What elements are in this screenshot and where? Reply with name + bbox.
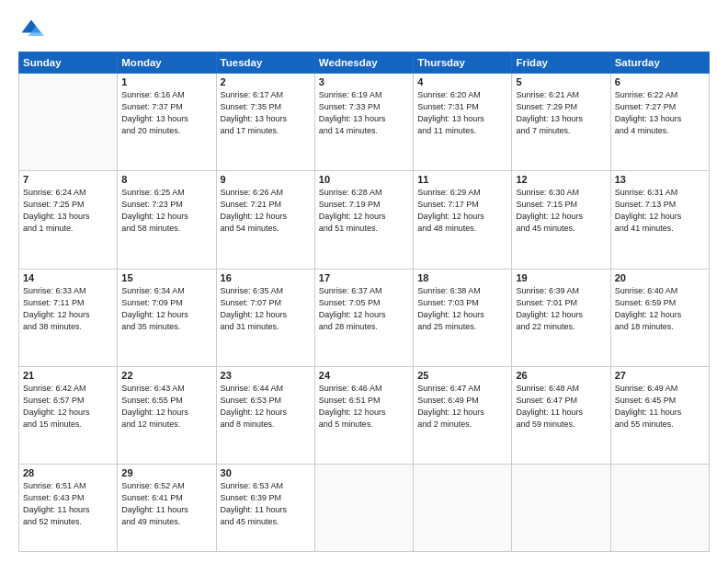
calendar-header-saturday: Saturday — [610, 52, 709, 74]
calendar-cell: 8Sunrise: 6:25 AM Sunset: 7:23 PM Daylig… — [118, 171, 216, 269]
day-number: 23 — [221, 370, 311, 381]
calendar-week-row-3: 14Sunrise: 6:33 AM Sunset: 7:11 PM Dayli… — [19, 269, 710, 366]
day-info: Sunrise: 6:48 AM Sunset: 6:47 PM Dayligh… — [516, 383, 606, 431]
calendar-cell: 26Sunrise: 6:48 AM Sunset: 6:47 PM Dayli… — [512, 366, 610, 464]
calendar-cell: 1Sunrise: 6:16 AM Sunset: 7:37 PM Daylig… — [118, 74, 216, 171]
calendar-cell: 27Sunrise: 6:49 AM Sunset: 6:45 PM Dayli… — [610, 366, 709, 464]
day-info: Sunrise: 6:43 AM Sunset: 6:55 PM Dayligh… — [121, 383, 211, 431]
logo — [18, 17, 48, 42]
calendar-week-row-4: 21Sunrise: 6:42 AM Sunset: 6:57 PM Dayli… — [19, 366, 710, 464]
day-info: Sunrise: 6:44 AM Sunset: 6:53 PM Dayligh… — [221, 383, 311, 431]
calendar-cell: 5Sunrise: 6:21 AM Sunset: 7:29 PM Daylig… — [512, 74, 610, 171]
day-number: 16 — [221, 272, 311, 283]
day-number: 27 — [615, 370, 705, 381]
calendar-header-friday: Friday — [512, 52, 610, 74]
day-number: 4 — [417, 76, 507, 87]
calendar-cell — [610, 465, 709, 552]
calendar-header-thursday: Thursday — [414, 52, 512, 74]
calendar-cell: 11Sunrise: 6:29 AM Sunset: 7:17 PM Dayli… — [414, 171, 512, 269]
day-info: Sunrise: 6:34 AM Sunset: 7:09 PM Dayligh… — [121, 285, 211, 333]
calendar-cell: 22Sunrise: 6:43 AM Sunset: 6:55 PM Dayli… — [118, 366, 216, 464]
calendar-cell: 6Sunrise: 6:22 AM Sunset: 7:27 PM Daylig… — [610, 74, 709, 171]
calendar-cell: 12Sunrise: 6:30 AM Sunset: 7:15 PM Dayli… — [512, 171, 610, 269]
day-info: Sunrise: 6:17 AM Sunset: 7:35 PM Dayligh… — [221, 89, 311, 137]
calendar-cell — [414, 465, 512, 552]
day-info: Sunrise: 6:28 AM Sunset: 7:19 PM Dayligh… — [319, 187, 409, 235]
calendar-header-wednesday: Wednesday — [314, 52, 413, 74]
day-number: 11 — [417, 174, 507, 185]
calendar-header-sunday: Sunday — [19, 52, 118, 74]
day-info: Sunrise: 6:46 AM Sunset: 6:51 PM Dayligh… — [319, 383, 409, 431]
day-number: 9 — [221, 174, 311, 185]
calendar-cell: 19Sunrise: 6:39 AM Sunset: 7:01 PM Dayli… — [512, 269, 610, 366]
day-info: Sunrise: 6:53 AM Sunset: 6:39 PM Dayligh… — [221, 480, 311, 528]
day-number: 24 — [319, 370, 409, 381]
calendar-cell: 21Sunrise: 6:42 AM Sunset: 6:57 PM Dayli… — [19, 366, 118, 464]
day-number: 1 — [121, 76, 211, 87]
day-info: Sunrise: 6:16 AM Sunset: 7:37 PM Dayligh… — [121, 89, 211, 137]
day-info: Sunrise: 6:39 AM Sunset: 7:01 PM Dayligh… — [516, 285, 606, 333]
calendar-cell: 4Sunrise: 6:20 AM Sunset: 7:31 PM Daylig… — [414, 74, 512, 171]
day-number: 29 — [121, 467, 211, 478]
day-number: 3 — [319, 76, 409, 87]
calendar-cell: 24Sunrise: 6:46 AM Sunset: 6:51 PM Dayli… — [314, 366, 413, 464]
calendar-cell — [314, 465, 413, 552]
day-number: 15 — [121, 272, 211, 283]
day-info: Sunrise: 6:30 AM Sunset: 7:15 PM Dayligh… — [516, 187, 606, 235]
day-number: 8 — [121, 174, 211, 185]
day-info: Sunrise: 6:33 AM Sunset: 7:11 PM Dayligh… — [23, 285, 113, 333]
day-number: 14 — [23, 272, 113, 283]
header — [18, 17, 710, 42]
calendar-cell: 30Sunrise: 6:53 AM Sunset: 6:39 PM Dayli… — [216, 465, 314, 552]
day-number: 7 — [23, 174, 113, 185]
calendar-cell: 14Sunrise: 6:33 AM Sunset: 7:11 PM Dayli… — [19, 269, 118, 366]
day-info: Sunrise: 6:52 AM Sunset: 6:41 PM Dayligh… — [121, 480, 211, 528]
calendar-cell: 17Sunrise: 6:37 AM Sunset: 7:05 PM Dayli… — [314, 269, 413, 366]
day-info: Sunrise: 6:31 AM Sunset: 7:13 PM Dayligh… — [615, 187, 705, 235]
day-number: 25 — [417, 370, 507, 381]
day-number: 12 — [516, 174, 606, 185]
day-number: 19 — [516, 272, 606, 283]
calendar-cell: 25Sunrise: 6:47 AM Sunset: 6:49 PM Dayli… — [414, 366, 512, 464]
calendar-cell: 7Sunrise: 6:24 AM Sunset: 7:25 PM Daylig… — [19, 171, 118, 269]
day-info: Sunrise: 6:22 AM Sunset: 7:27 PM Dayligh… — [615, 89, 705, 137]
calendar-cell: 3Sunrise: 6:19 AM Sunset: 7:33 PM Daylig… — [314, 74, 413, 171]
calendar-header-row: SundayMondayTuesdayWednesdayThursdayFrid… — [19, 52, 710, 74]
day-info: Sunrise: 6:19 AM Sunset: 7:33 PM Dayligh… — [319, 89, 409, 137]
day-number: 13 — [615, 174, 705, 185]
calendar-cell: 10Sunrise: 6:28 AM Sunset: 7:19 PM Dayli… — [314, 171, 413, 269]
calendar-cell: 2Sunrise: 6:17 AM Sunset: 7:35 PM Daylig… — [216, 74, 314, 171]
calendar-header-monday: Monday — [118, 52, 216, 74]
day-info: Sunrise: 6:20 AM Sunset: 7:31 PM Dayligh… — [417, 89, 507, 137]
day-number: 26 — [516, 370, 606, 381]
day-number: 10 — [319, 174, 409, 185]
day-number: 5 — [516, 76, 606, 87]
day-number: 20 — [615, 272, 705, 283]
calendar-cell: 15Sunrise: 6:34 AM Sunset: 7:09 PM Dayli… — [118, 269, 216, 366]
day-info: Sunrise: 6:37 AM Sunset: 7:05 PM Dayligh… — [319, 285, 409, 333]
calendar-cell — [19, 74, 118, 171]
calendar-cell: 9Sunrise: 6:26 AM Sunset: 7:21 PM Daylig… — [216, 171, 314, 269]
calendar-cell: 18Sunrise: 6:38 AM Sunset: 7:03 PM Dayli… — [414, 269, 512, 366]
calendar-week-row-2: 7Sunrise: 6:24 AM Sunset: 7:25 PM Daylig… — [19, 171, 710, 269]
day-info: Sunrise: 6:29 AM Sunset: 7:17 PM Dayligh… — [417, 187, 507, 235]
calendar-cell: 28Sunrise: 6:51 AM Sunset: 6:43 PM Dayli… — [19, 465, 118, 552]
day-info: Sunrise: 6:47 AM Sunset: 6:49 PM Dayligh… — [417, 383, 507, 431]
calendar-cell: 20Sunrise: 6:40 AM Sunset: 6:59 PM Dayli… — [610, 269, 709, 366]
calendar-table: SundayMondayTuesdayWednesdayThursdayFrid… — [18, 52, 710, 552]
day-info: Sunrise: 6:42 AM Sunset: 6:57 PM Dayligh… — [23, 383, 113, 431]
day-number: 17 — [319, 272, 409, 283]
calendar-cell: 29Sunrise: 6:52 AM Sunset: 6:41 PM Dayli… — [118, 465, 216, 552]
day-number: 30 — [221, 467, 311, 478]
calendar-week-row-1: 1Sunrise: 6:16 AM Sunset: 7:37 PM Daylig… — [19, 74, 710, 171]
day-number: 6 — [615, 76, 705, 87]
day-info: Sunrise: 6:21 AM Sunset: 7:29 PM Dayligh… — [516, 89, 606, 137]
day-number: 22 — [121, 370, 211, 381]
calendar-cell: 13Sunrise: 6:31 AM Sunset: 7:13 PM Dayli… — [610, 171, 709, 269]
calendar-cell: 16Sunrise: 6:35 AM Sunset: 7:07 PM Dayli… — [216, 269, 314, 366]
day-info: Sunrise: 6:49 AM Sunset: 6:45 PM Dayligh… — [615, 383, 705, 431]
day-info: Sunrise: 6:25 AM Sunset: 7:23 PM Dayligh… — [121, 187, 211, 235]
calendar-header-tuesday: Tuesday — [216, 52, 314, 74]
day-info: Sunrise: 6:51 AM Sunset: 6:43 PM Dayligh… — [23, 480, 113, 528]
day-info: Sunrise: 6:35 AM Sunset: 7:07 PM Dayligh… — [221, 285, 311, 333]
